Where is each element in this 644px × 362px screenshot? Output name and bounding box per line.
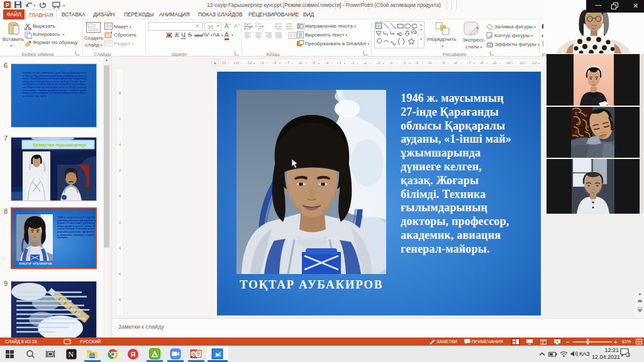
svg-text:▾: ▾ xyxy=(63,3,65,8)
svg-text:▾: ▾ xyxy=(33,3,36,8)
svg-text:N: N xyxy=(69,350,74,359)
svg-text:Қазақстан ғарышкерлері: Қазақстан ғарышкерлері xyxy=(33,143,86,148)
svg-text:P: P xyxy=(192,351,196,357)
svg-text:P: P xyxy=(6,2,9,8)
svg-text:Я: Я xyxy=(131,351,136,358)
svg-text:3: 3 xyxy=(627,353,630,357)
